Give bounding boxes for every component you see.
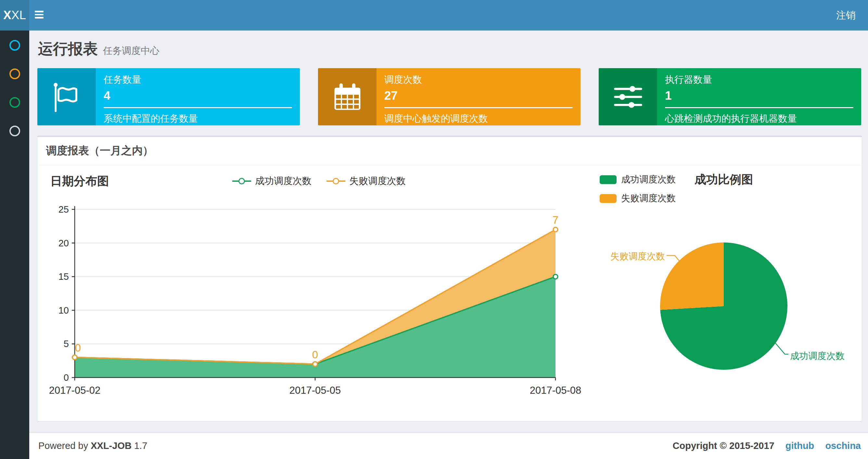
page-subtitle: 任务调度中心 <box>103 45 159 56</box>
sidebar <box>0 31 29 459</box>
info-box-title: 调度次数 <box>384 73 573 86</box>
circle-outline-icon <box>9 40 20 51</box>
calendar-icon <box>318 68 376 125</box>
legend-swatch-icon <box>600 194 617 203</box>
pie-legend-item[interactable]: 成功调度次数 <box>600 173 676 186</box>
logo-text: XL <box>11 8 26 22</box>
info-box-title: 执行器数量 <box>665 73 854 86</box>
legend-label: 失败调度次数 <box>621 192 676 204</box>
svg-text:25: 25 <box>59 204 69 215</box>
svg-text:2017-05-02: 2017-05-02 <box>49 385 101 396</box>
info-box-title: 任务数量 <box>104 73 292 86</box>
legend-label: 失败调度次数 <box>349 175 406 188</box>
footer-powered-by: Powered by XXL-JOB 1.7 <box>38 433 147 459</box>
sidebar-item-2[interactable] <box>0 64 29 84</box>
sidebar-item-3[interactable] <box>0 93 29 112</box>
app-logo[interactable]: XXL <box>0 0 29 31</box>
footer: Powered by XXL-JOB 1.7 Copyright © 2015-… <box>29 432 868 459</box>
pie-chart-legend: 成功调度次数 失败调度次数 <box>600 173 676 211</box>
legend-label: 成功调度次数 <box>255 175 312 188</box>
line-chart: 05101520252017-05-022017-05-052017-05-08… <box>37 201 583 402</box>
info-box: 任务数量 4 系统中配置的任务数量 <box>37 68 300 125</box>
line-chart-legend: 成功调度次数 失败调度次数 <box>232 175 406 188</box>
info-box-description: 心跳检测成功的执行器机器数量 <box>665 107 854 125</box>
circle-outline-icon <box>9 97 20 108</box>
github-link[interactable]: github <box>785 440 814 451</box>
info-box-value: 4 <box>104 89 292 103</box>
page-header: 运行报表任务调度中心 <box>38 39 159 59</box>
svg-text:7: 7 <box>553 214 558 226</box>
pie-callout-label-success: 成功调度次数 <box>790 350 845 362</box>
svg-text:20: 20 <box>59 238 69 248</box>
hamburger-icon <box>35 11 43 12</box>
svg-text:0: 0 <box>312 349 318 361</box>
info-box-description: 系统中配置的任务数量 <box>104 107 292 125</box>
sidebar-toggle-button[interactable] <box>35 11 44 20</box>
footer-copyright: Copyright © 2015-2017 github oschina <box>673 433 861 459</box>
sidebar-item-1[interactable] <box>0 35 29 55</box>
sidebar-item-4[interactable] <box>0 121 29 140</box>
legend-swatch-icon <box>600 175 617 184</box>
info-box-value: 1 <box>665 89 854 103</box>
circle-outline-icon <box>9 126 20 136</box>
logo-text-bold: X <box>3 8 11 22</box>
svg-text:15: 15 <box>59 271 69 282</box>
page-title: 运行报表 <box>38 40 98 57</box>
svg-text:0: 0 <box>64 372 69 383</box>
legend-line-marker-icon <box>232 178 251 185</box>
oschina-link[interactable]: oschina <box>825 440 861 451</box>
pie-chart-title: 成功比例图 <box>659 172 789 188</box>
footer-version: 1.7 <box>134 440 147 451</box>
svg-text:0: 0 <box>75 342 81 354</box>
line-legend-item[interactable]: 成功调度次数 <box>232 175 312 188</box>
footer-brand: XXL-JOB <box>91 440 131 451</box>
divider <box>37 165 862 165</box>
circle-outline-icon <box>9 68 20 79</box>
pie-callout-label-fail: 失败调度次数 <box>593 250 665 263</box>
panel-title: 调度报表（一月之内） <box>46 137 153 164</box>
info-box: 调度次数 27 调度中心触发的调度次数 <box>318 68 581 125</box>
svg-text:5: 5 <box>64 338 69 349</box>
info-box: 执行器数量 1 心跳检测成功的执行器机器数量 <box>599 68 861 125</box>
svg-text:2017-05-05: 2017-05-05 <box>289 385 341 396</box>
info-box-description: 调度中心触发的调度次数 <box>384 107 573 125</box>
legend-label: 成功调度次数 <box>621 173 676 186</box>
flag-icon <box>37 68 96 125</box>
svg-text:10: 10 <box>59 305 69 316</box>
line-chart-title: 日期分布图 <box>50 173 109 189</box>
sliders-icon <box>599 68 657 125</box>
info-box-value: 27 <box>384 89 573 103</box>
svg-text:2017-05-08: 2017-05-08 <box>530 385 582 396</box>
line-legend-item[interactable]: 失败调度次数 <box>327 175 406 188</box>
legend-line-marker-icon <box>327 178 345 185</box>
top-navbar: XXL 注销 <box>0 0 868 31</box>
pie-legend-item[interactable]: 失败调度次数 <box>600 192 676 204</box>
logout-link[interactable]: 注销 <box>836 0 856 31</box>
